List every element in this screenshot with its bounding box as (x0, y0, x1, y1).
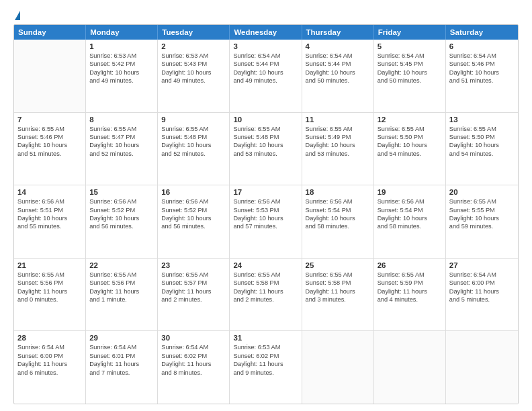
day-info: Sunrise: 6:54 AM Sunset: 5:44 PM Dayligh… (233, 52, 298, 85)
day-info: Sunrise: 6:54 AM Sunset: 6:00 PM Dayligh… (449, 271, 515, 304)
cal-cell (374, 331, 446, 404)
day-number: 27 (449, 261, 515, 269)
header-day-friday: Friday (374, 25, 446, 40)
day-number: 12 (378, 116, 442, 124)
cal-cell: 30Sunrise: 6:54 AM Sunset: 6:02 PM Dayli… (158, 331, 230, 404)
day-number: 15 (89, 188, 154, 196)
cal-cell: 22Sunrise: 6:55 AM Sunset: 5:56 PM Dayli… (86, 259, 158, 331)
day-number: 8 (89, 116, 154, 124)
cal-cell: 4Sunrise: 6:54 AM Sunset: 5:44 PM Daylig… (302, 40, 374, 112)
day-info: Sunrise: 6:56 AM Sunset: 5:54 PM Dayligh… (306, 197, 370, 231)
cal-cell (446, 331, 518, 404)
day-info: Sunrise: 6:56 AM Sunset: 5:52 PM Dayligh… (89, 197, 154, 231)
day-info: Sunrise: 6:55 AM Sunset: 5:46 PM Dayligh… (17, 125, 82, 158)
day-number: 14 (17, 188, 82, 196)
day-info: Sunrise: 6:54 AM Sunset: 5:44 PM Dayligh… (306, 52, 370, 85)
day-info: Sunrise: 6:56 AM Sunset: 5:54 PM Dayligh… (378, 197, 442, 231)
header-day-tuesday: Tuesday (158, 25, 230, 40)
cal-cell (302, 331, 374, 404)
day-number: 6 (449, 42, 515, 50)
day-info: Sunrise: 6:54 AM Sunset: 5:45 PM Dayligh… (378, 52, 442, 85)
day-number: 17 (233, 188, 298, 196)
day-number: 2 (161, 42, 226, 50)
cal-cell (14, 40, 86, 112)
day-info: Sunrise: 6:53 AM Sunset: 6:02 PM Dayligh… (233, 343, 298, 377)
day-number: 21 (17, 261, 82, 269)
day-number: 24 (233, 261, 298, 269)
day-number: 5 (378, 42, 442, 50)
cal-cell: 27Sunrise: 6:54 AM Sunset: 6:00 PM Dayli… (446, 259, 518, 331)
day-info: Sunrise: 6:56 AM Sunset: 5:52 PM Dayligh… (161, 197, 226, 231)
logo-icon (15, 11, 20, 20)
day-info: Sunrise: 6:55 AM Sunset: 5:57 PM Dayligh… (161, 271, 226, 304)
cal-cell: 24Sunrise: 6:55 AM Sunset: 5:58 PM Dayli… (230, 259, 302, 331)
day-info: Sunrise: 6:55 AM Sunset: 5:47 PM Dayligh… (89, 125, 154, 158)
cal-cell: 5Sunrise: 6:54 AM Sunset: 5:45 PM Daylig… (374, 40, 446, 112)
day-number: 16 (161, 188, 226, 196)
cal-week-5: 28Sunrise: 6:54 AM Sunset: 6:00 PM Dayli… (14, 331, 518, 404)
day-number: 9 (161, 116, 226, 124)
day-info: Sunrise: 6:56 AM Sunset: 5:53 PM Dayligh… (233, 197, 298, 231)
cal-cell: 31Sunrise: 6:53 AM Sunset: 6:02 PM Dayli… (230, 331, 302, 404)
calendar-body: 1Sunrise: 6:53 AM Sunset: 5:42 PM Daylig… (14, 40, 518, 404)
cal-cell: 16Sunrise: 6:56 AM Sunset: 5:52 PM Dayli… (158, 185, 230, 258)
day-info: Sunrise: 6:55 AM Sunset: 5:48 PM Dayligh… (233, 125, 298, 158)
cal-cell: 7Sunrise: 6:55 AM Sunset: 5:46 PM Daylig… (14, 113, 86, 185)
cal-cell: 26Sunrise: 6:55 AM Sunset: 5:59 PM Dayli… (374, 259, 446, 331)
cal-week-1: 1Sunrise: 6:53 AM Sunset: 5:42 PM Daylig… (14, 40, 518, 113)
cal-cell: 18Sunrise: 6:56 AM Sunset: 5:54 PM Dayli… (302, 185, 374, 258)
day-info: Sunrise: 6:55 AM Sunset: 5:56 PM Dayligh… (17, 271, 82, 304)
cal-cell: 28Sunrise: 6:54 AM Sunset: 6:00 PM Dayli… (14, 331, 86, 404)
cal-cell: 19Sunrise: 6:56 AM Sunset: 5:54 PM Dayli… (374, 185, 446, 258)
day-info: Sunrise: 6:55 AM Sunset: 5:59 PM Dayligh… (378, 271, 442, 304)
day-number: 25 (306, 261, 370, 269)
day-info: Sunrise: 6:54 AM Sunset: 5:46 PM Dayligh… (449, 52, 515, 85)
header-day-saturday: Saturday (446, 25, 518, 40)
day-info: Sunrise: 6:56 AM Sunset: 5:51 PM Dayligh… (17, 197, 82, 231)
header-day-sunday: Sunday (14, 25, 86, 40)
day-number: 29 (89, 334, 154, 342)
calendar: SundayMondayTuesdayWednesdayThursdayFrid… (13, 24, 519, 404)
day-number: 31 (233, 334, 298, 342)
day-number: 28 (17, 334, 82, 342)
cal-cell: 14Sunrise: 6:56 AM Sunset: 5:51 PM Dayli… (14, 185, 86, 258)
cal-cell: 13Sunrise: 6:55 AM Sunset: 5:50 PM Dayli… (446, 113, 518, 185)
day-info: Sunrise: 6:54 AM Sunset: 6:00 PM Dayligh… (17, 343, 82, 377)
cal-cell: 15Sunrise: 6:56 AM Sunset: 5:52 PM Dayli… (86, 185, 158, 258)
day-number: 13 (449, 116, 515, 124)
day-info: Sunrise: 6:55 AM Sunset: 5:50 PM Dayligh… (378, 125, 442, 158)
header-day-wednesday: Wednesday (230, 25, 302, 40)
day-number: 20 (449, 188, 515, 196)
day-info: Sunrise: 6:53 AM Sunset: 5:43 PM Dayligh… (161, 52, 226, 85)
day-info: Sunrise: 6:55 AM Sunset: 5:55 PM Dayligh… (449, 197, 515, 231)
cal-cell: 10Sunrise: 6:55 AM Sunset: 5:48 PM Dayli… (230, 113, 302, 185)
calendar-header-row: SundayMondayTuesdayWednesdayThursdayFrid… (14, 25, 518, 40)
cal-cell: 3Sunrise: 6:54 AM Sunset: 5:44 PM Daylig… (230, 40, 302, 112)
cal-cell: 2Sunrise: 6:53 AM Sunset: 5:43 PM Daylig… (158, 40, 230, 112)
cal-cell: 21Sunrise: 6:55 AM Sunset: 5:56 PM Dayli… (14, 259, 86, 331)
cal-cell: 11Sunrise: 6:55 AM Sunset: 5:49 PM Dayli… (302, 113, 374, 185)
day-number: 1 (89, 42, 154, 50)
day-info: Sunrise: 6:53 AM Sunset: 5:42 PM Dayligh… (89, 52, 154, 85)
day-number: 19 (378, 188, 442, 196)
header (13, 12, 519, 21)
day-number: 30 (161, 334, 226, 342)
cal-week-4: 21Sunrise: 6:55 AM Sunset: 5:56 PM Dayli… (14, 259, 518, 332)
cal-week-3: 14Sunrise: 6:56 AM Sunset: 5:51 PM Dayli… (14, 185, 518, 259)
cal-cell: 1Sunrise: 6:53 AM Sunset: 5:42 PM Daylig… (86, 40, 158, 112)
day-info: Sunrise: 6:54 AM Sunset: 6:02 PM Dayligh… (161, 343, 226, 377)
day-info: Sunrise: 6:55 AM Sunset: 5:56 PM Dayligh… (89, 271, 154, 304)
day-number: 7 (17, 116, 82, 124)
day-info: Sunrise: 6:55 AM Sunset: 5:58 PM Dayligh… (233, 271, 298, 304)
cal-cell: 25Sunrise: 6:55 AM Sunset: 5:58 PM Dayli… (302, 259, 374, 331)
day-number: 26 (378, 261, 442, 269)
cal-cell: 17Sunrise: 6:56 AM Sunset: 5:53 PM Dayli… (230, 185, 302, 258)
cal-cell: 20Sunrise: 6:55 AM Sunset: 5:55 PM Dayli… (446, 185, 518, 258)
cal-cell: 6Sunrise: 6:54 AM Sunset: 5:46 PM Daylig… (446, 40, 518, 112)
day-number: 4 (306, 42, 370, 50)
day-info: Sunrise: 6:55 AM Sunset: 5:48 PM Dayligh… (161, 125, 226, 158)
logo (13, 12, 20, 21)
header-day-thursday: Thursday (302, 25, 374, 40)
header-day-monday: Monday (86, 25, 158, 40)
day-number: 3 (233, 42, 298, 50)
